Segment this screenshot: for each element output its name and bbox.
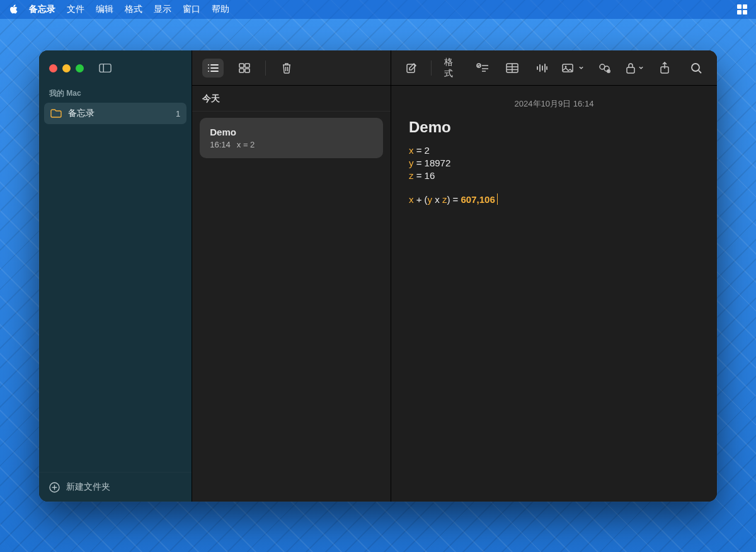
- notes-window: 我的 Mac 备忘录 1 新建文件夹 今天 Demo: [39, 50, 717, 502]
- close-button[interactable]: [49, 64, 57, 72]
- control-center-icon[interactable]: [737, 4, 747, 14]
- editor-body[interactable]: 2024年10月9日 16:14 Demo x = 2 y = 18972 z …: [391, 86, 717, 219]
- menu-edit[interactable]: 编辑: [96, 4, 113, 15]
- menubar-app[interactable]: 备忘录: [29, 4, 55, 15]
- apple-logo-icon[interactable]: [9, 4, 19, 14]
- media-menu[interactable]: [562, 63, 584, 73]
- toolbar-left: [192, 50, 391, 86]
- chevron-down-icon: [638, 65, 644, 71]
- sidebar-toggle-icon[interactable]: [99, 63, 112, 73]
- table-button[interactable]: [503, 59, 522, 78]
- folder-icon: [50, 109, 62, 118]
- note-list-column: 今天 Demo 16:14 x = 2: [192, 50, 391, 502]
- menubar: 备忘录 文件 编辑 格式 显示 窗口 帮助: [0, 0, 756, 19]
- audio-button[interactable]: [532, 59, 552, 78]
- menu-view[interactable]: 显示: [154, 4, 171, 15]
- gallery-view-button[interactable]: [234, 59, 255, 78]
- svg-point-9: [208, 71, 209, 72]
- svg-rect-38: [627, 67, 634, 73]
- editor-line-3: z = 16: [409, 170, 699, 181]
- sidebar-folder-count: 1: [176, 109, 180, 118]
- traffic-lights: [49, 64, 84, 72]
- editor-date: 2024年10月9日 16:14: [409, 98, 699, 110]
- toolbar-separator: [431, 60, 432, 76]
- menu-help[interactable]: 帮助: [212, 4, 229, 15]
- text-cursor: [497, 193, 498, 205]
- note-card-preview: x = 2: [237, 140, 255, 149]
- svg-rect-14: [245, 69, 249, 72]
- titlebar-left: [39, 50, 192, 86]
- editor-line-2: y = 18972: [409, 158, 699, 168]
- svg-rect-11: [239, 64, 244, 67]
- svg-point-5: [208, 64, 209, 66]
- plus-circle-icon: [49, 482, 60, 493]
- sidebar-folder-label: 备忘录: [68, 108, 94, 119]
- checklist-button[interactable]: [473, 59, 493, 78]
- link-button[interactable]: [594, 59, 616, 78]
- menu-window[interactable]: 窗口: [183, 4, 200, 15]
- svg-rect-12: [245, 64, 249, 67]
- new-folder-label: 新建文件夹: [66, 481, 110, 493]
- editor-column: 格式: [391, 50, 717, 502]
- editor-expression: x + (y x z) = 607,106: [409, 193, 699, 205]
- chevron-down-icon: [578, 65, 584, 71]
- editor-line-1: x = 2: [409, 145, 699, 156]
- toolbar-separator: [265, 60, 266, 76]
- note-card-title: Demo: [210, 127, 373, 137]
- new-folder-button[interactable]: 新建文件夹: [39, 472, 192, 502]
- compose-button[interactable]: [401, 59, 421, 78]
- svg-line-41: [699, 71, 701, 73]
- editor-title: Demo: [409, 118, 699, 136]
- svg-point-7: [208, 67, 209, 69]
- note-card[interactable]: Demo 16:14 x = 2: [200, 118, 383, 158]
- search-button[interactable]: [685, 59, 707, 78]
- toolbar-right: 格式: [391, 50, 717, 86]
- svg-point-32: [565, 66, 567, 67]
- svg-rect-13: [239, 69, 244, 72]
- format-menu[interactable]: 格式: [442, 57, 463, 79]
- menu-format[interactable]: 格式: [125, 4, 142, 15]
- note-list-header: 今天: [192, 86, 391, 112]
- share-button[interactable]: [654, 59, 675, 78]
- svg-point-40: [692, 64, 699, 71]
- note-card-time: 16:14: [210, 140, 231, 149]
- list-view-button[interactable]: [202, 59, 224, 78]
- svg-rect-0: [100, 64, 111, 72]
- minimize-button[interactable]: [62, 64, 71, 72]
- zoom-button[interactable]: [76, 64, 84, 72]
- sidebar-section: 我的 Mac: [39, 86, 192, 103]
- sidebar-folder-notes[interactable]: 备忘录 1: [44, 103, 186, 124]
- menu-file[interactable]: 文件: [67, 4, 84, 15]
- delete-button[interactable]: [276, 59, 297, 78]
- sidebar: 我的 Mac 备忘录 1 新建文件夹: [39, 50, 192, 502]
- lock-menu[interactable]: [626, 62, 644, 74]
